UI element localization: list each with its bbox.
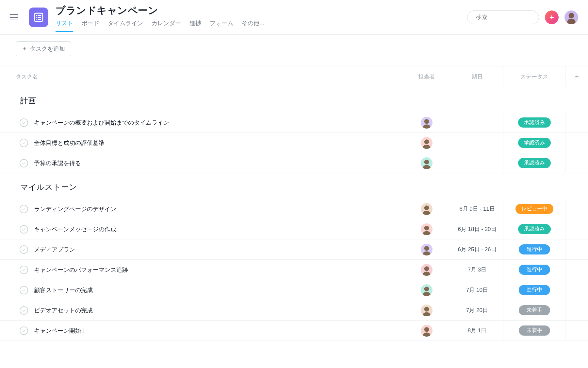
status-pill[interactable]: 未着手 [519,305,550,315]
assignee-avatar[interactable] [421,223,433,235]
assignee-cell[interactable] [402,113,451,132]
assignee-avatar[interactable] [421,244,433,255]
status-pill[interactable]: 承認済み [518,117,551,128]
assignee-avatar[interactable] [421,117,433,129]
complete-checkbox[interactable] [20,286,28,294]
global-add-button[interactable] [545,10,559,24]
column-due[interactable]: 期日 [451,66,503,87]
assignee-cell[interactable] [402,321,451,341]
task-name[interactable]: キャンペーン開始！ [34,327,402,335]
due-cell[interactable] [451,153,503,173]
status-cell[interactable]: 承認済み [503,219,565,239]
tab-1[interactable]: ボード [82,19,99,30]
tab-2[interactable]: タイムライン [108,19,143,30]
task-row[interactable]: ランディングページのデザイン6月 9日 - 11日レビュー中 [0,199,588,219]
tab-5[interactable]: フォーム [210,19,233,30]
complete-checkbox[interactable] [20,205,28,213]
status-cell[interactable]: 未着手 [503,300,565,320]
task-name[interactable]: 予算の承認を得る [34,159,402,167]
tab-0[interactable]: リスト [56,19,73,30]
task-row[interactable]: 予算の承認を得る承認済み [0,153,588,173]
task-name[interactable]: 全体目標と成功の評価基準 [34,139,402,147]
section-title[interactable]: 計画 [0,87,588,113]
search-input-wrap[interactable] [467,10,539,24]
assignee-cell[interactable] [402,239,451,259]
assignee-cell[interactable] [402,300,451,320]
assignee-cell[interactable] [402,153,451,173]
status-pill[interactable]: 未着手 [519,325,550,336]
status-pill[interactable]: 承認済み [518,138,551,148]
task-row[interactable]: メディアプラン6月 25日 - 26日進行中 [0,239,588,260]
task-name[interactable]: メディアプラン [34,246,402,254]
task-name[interactable]: ランディングページのデザイン [34,205,402,213]
task-row[interactable]: キャンペーンの概要および開始までのタイムライン承認済み [0,113,588,133]
complete-checkbox[interactable] [20,118,28,127]
assignee-avatar[interactable] [421,203,433,215]
task-row[interactable]: キャンペーンのパフォーマンス追跡7月 3日進行中 [0,260,588,280]
task-row[interactable]: キャンペーンメッセージの作成6月 18日 - 20日承認済み [0,219,588,239]
assignee-avatar[interactable] [421,284,433,296]
complete-checkbox[interactable] [20,266,28,274]
complete-checkbox[interactable] [20,225,28,234]
task-name[interactable]: 顧客ストーリーの完成 [34,286,402,294]
due-cell[interactable]: 7月 10日 [451,280,503,300]
assignee-avatar[interactable] [421,137,433,149]
project-icon[interactable] [29,8,48,27]
add-task-button[interactable]: タスクを追加 [16,41,71,56]
due-cell[interactable]: 8月 1日 [451,321,503,341]
status-pill[interactable]: 進行中 [519,285,550,295]
due-cell[interactable]: 6月 9日 - 11日 [451,199,503,219]
due-cell[interactable]: 6月 25日 - 26日 [451,239,503,259]
assignee-cell[interactable] [402,219,451,239]
status-cell[interactable]: 進行中 [503,239,565,259]
due-cell[interactable]: 6月 18日 - 20日 [451,219,503,239]
task-row[interactable]: キャンペーン開始！8月 1日未着手 [0,321,588,341]
current-user-avatar[interactable] [564,10,578,24]
column-task-name[interactable]: タスク名 [0,73,402,80]
task-row[interactable]: ビデオアセットの完成7月 20日未着手 [0,300,588,321]
task-name[interactable]: キャンペーンの概要および開始までのタイムライン [34,119,402,127]
column-assignee[interactable]: 担当者 [402,66,451,87]
section-title[interactable]: マイルストーン [0,173,588,199]
status-cell[interactable]: 進行中 [503,280,565,300]
tab-6[interactable]: その他... [242,19,264,30]
assignee-avatar[interactable] [421,325,433,337]
status-cell[interactable]: 進行中 [503,260,565,280]
status-cell[interactable]: 承認済み [503,113,565,132]
task-name[interactable]: キャンペーンのパフォーマンス追跡 [34,266,402,274]
due-cell[interactable]: 7月 3日 [451,260,503,280]
status-pill[interactable]: レビュー中 [515,204,553,214]
search-input[interactable] [476,14,545,21]
due-cell[interactable] [451,113,503,132]
status-cell[interactable]: レビュー中 [503,199,565,219]
complete-checkbox[interactable] [20,245,28,254]
menu-icon[interactable] [10,11,22,23]
task-row[interactable]: 顧客ストーリーの完成7月 10日進行中 [0,280,588,300]
due-cell[interactable]: 7月 20日 [451,300,503,320]
assignee-cell[interactable] [402,260,451,280]
add-column-button[interactable] [565,66,588,87]
status-pill[interactable]: 進行中 [519,244,550,254]
status-pill[interactable]: 承認済み [518,158,551,168]
assignee-cell[interactable] [402,199,451,219]
assignee-cell[interactable] [402,133,451,153]
assignee-avatar[interactable] [421,264,433,276]
complete-checkbox[interactable] [20,139,28,147]
task-name[interactable]: キャンペーンメッセージの作成 [34,225,402,233]
due-cell[interactable] [451,133,503,153]
assignee-cell[interactable] [402,280,451,300]
column-status[interactable]: ステータス [503,66,565,87]
complete-checkbox[interactable] [20,306,28,315]
complete-checkbox[interactable] [20,326,28,335]
status-cell[interactable]: 承認済み [503,133,565,153]
tab-3[interactable]: カレンダー [152,19,181,30]
status-pill[interactable]: 承認済み [518,224,551,234]
assignee-avatar[interactable] [421,305,433,316]
complete-checkbox[interactable] [20,159,28,167]
assignee-avatar[interactable] [421,157,433,169]
task-name[interactable]: ビデオアセットの完成 [34,307,402,314]
status-cell[interactable]: 未着手 [503,321,565,341]
status-cell[interactable]: 承認済み [503,153,565,173]
status-pill[interactable]: 進行中 [519,265,550,275]
task-row[interactable]: 全体目標と成功の評価基準承認済み [0,133,588,153]
